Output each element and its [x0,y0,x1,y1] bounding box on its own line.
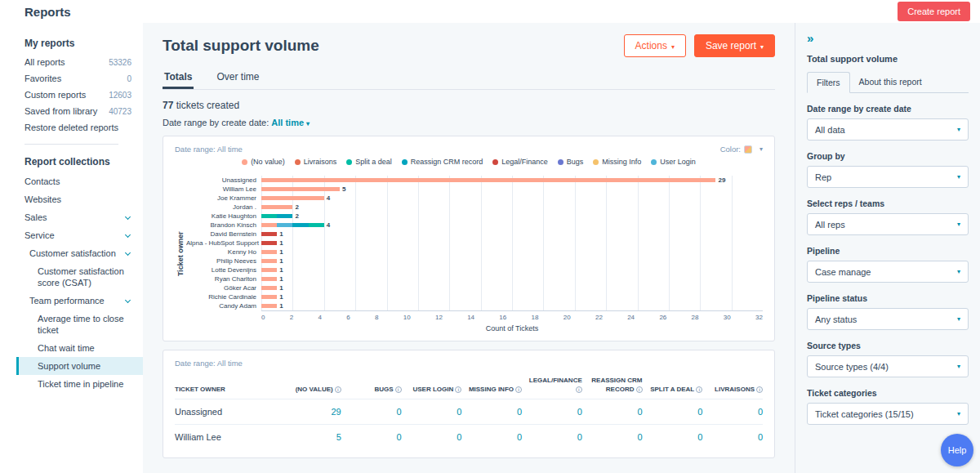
bar-katie-haughton[interactable]: 2 [261,212,763,221]
sidebar-item-support-volume[interactable]: Support volume [16,357,143,375]
bar-segment-split-a-deal[interactable] [261,214,277,218]
collapse-panel-icon[interactable]: » [807,31,813,45]
bar-segment-no-value[interactable] [261,223,277,227]
bar-segment-no-value[interactable] [261,196,324,200]
bar-segment-split-a-deal[interactable] [309,223,324,227]
sidebar-item-saved-from-library[interactable]: Saved from library40723 [0,103,143,119]
legend-item-livraisons[interactable]: Livraisons [295,158,337,166]
sidebar-item-customer-satisfaction-score-csat[interactable]: Customer satisfaction score (CSAT) [0,262,143,292]
bar-segment-no-value[interactable] [261,250,277,254]
save-report-button[interactable]: Save report▾ [694,34,775,57]
table-row[interactable]: William Lee50000000 [175,424,763,449]
bar-segment-reassign-crm-record[interactable] [292,223,308,227]
filter-select-source-types[interactable]: Source types (4/4)▾ [807,355,969,377]
legend-item-no-value[interactable]: (No value) [242,158,285,166]
table-cell-value[interactable]: 0 [528,407,582,417]
bar-segment-no-value[interactable] [261,259,277,263]
sidebar-item-custom-reports[interactable]: Custom reports12603 [0,87,143,103]
panel-tab-filters[interactable]: Filters [807,72,850,93]
info-icon[interactable]: i [696,386,702,393]
sidebar-item-service[interactable]: Service [0,226,143,244]
sidebar-item-ticket-time-in-pipeline[interactable]: Ticket time in pipeline [0,375,143,393]
filter-select-select-reps-teams[interactable]: All reps▾ [807,213,969,235]
info-icon[interactable]: i [395,386,402,393]
bar-kenny-ho[interactable]: 1 [261,248,763,257]
table-cell-value[interactable]: 0 [408,432,462,442]
filter-select-pipeline-status[interactable]: Any status▾ [807,308,969,330]
table-cell-value[interactable]: 0 [649,432,703,442]
bar-lotte-devenijns[interactable]: 1 [261,266,763,274]
bar-segment-no-value[interactable] [261,268,277,272]
table-cell-value[interactable]: 0 [348,432,402,442]
bar-segment-no-value[interactable] [261,187,340,191]
bar-richie-cardinale[interactable]: 1 [261,292,763,301]
color-picker[interactable]: Color: ▾ [720,145,763,154]
table-cell-value[interactable]: 0 [348,407,402,417]
bar-g-ker-acar[interactable]: 1 [261,283,763,292]
bar-philip-neeves[interactable]: 1 [261,257,763,266]
bar-segment-user-login[interactable] [277,223,292,227]
bar-ryan-charlton[interactable]: 1 [261,274,763,283]
tab-over-time[interactable]: Over time [215,65,261,89]
sidebar-item-favorites[interactable]: Favorites0 [0,70,143,87]
sidebar-item-contacts[interactable]: Contacts [0,172,143,190]
bar-brandon-kinsch[interactable]: 4 [261,221,763,230]
date-range-link[interactable]: All time▾ [271,118,310,127]
sidebar-item-average-time-to-close-ticket[interactable]: Average time to close ticket [0,310,143,339]
table-cell-value[interactable]: 0 [709,407,763,417]
bar-jordan[interactable]: 2 [261,203,763,212]
filter-select-group-by[interactable]: Rep▾ [807,166,969,188]
filter-select-pipeline[interactable]: Case manage▾ [807,261,969,283]
table-cell-value[interactable]: 0 [589,432,643,442]
bar-candy-adam[interactable]: 1 [261,301,763,310]
filter-select-date-range-by-create-date[interactable]: All data▾ [807,118,969,141]
sidebar-item-sales[interactable]: Sales [0,208,143,226]
sidebar-item-chat-wait-time[interactable]: Chat wait time [0,339,143,357]
table-cell-value[interactable]: 0 [408,407,462,417]
bar-david-bernstein[interactable]: 1 [261,230,763,239]
table-cell-value[interactable]: 5 [287,432,341,442]
help-button[interactable]: Help [941,434,973,466]
info-icon[interactable]: i [515,386,522,393]
legend-item-missing-info[interactable]: Missing Info [593,158,641,166]
table-cell-value[interactable]: 0 [589,407,643,417]
sidebar-item-team-performance[interactable]: Team performance [0,292,143,310]
panel-tab-about-this-report[interactable]: About this report [850,72,931,92]
tab-totals[interactable]: Totals [163,65,194,89]
bar-segment-no-value[interactable] [261,178,715,182]
legend-item-legal-finance[interactable]: Legal/Finance [492,158,548,166]
bar-alpna-hubspot-support[interactable]: 1 [261,239,763,248]
info-icon[interactable]: i [335,386,341,393]
bar-segment-reassign-crm-record[interactable] [277,214,292,218]
bar-segment-no-value[interactable] [261,304,277,308]
bar-segment-no-value[interactable] [261,205,292,209]
table-cell-value[interactable]: 0 [468,407,522,417]
bar-segment-legal-finance[interactable] [261,241,277,245]
sidebar-item-websites[interactable]: Websites [0,190,143,208]
bar-segment-no-value[interactable] [261,277,277,281]
legend-item-user-login[interactable]: User Login [651,158,696,166]
bar-segment-no-value[interactable] [261,286,277,290]
table-cell-value[interactable]: 0 [649,407,703,417]
create-report-button[interactable]: Create report [898,2,970,21]
sidebar-item-all-reports[interactable]: All reports53326 [0,54,143,70]
legend-item-reassign-crm-record[interactable]: Reassign CRM record [402,158,483,166]
bar-joe-krammer[interactable]: 4 [261,194,763,203]
bar-segment-no-value[interactable] [261,295,277,299]
info-icon[interactable]: i [756,386,763,393]
table-cell-value[interactable]: 29 [287,407,341,417]
bar-william-lee[interactable]: 5 [261,185,763,194]
table-cell-value[interactable]: 0 [709,432,763,442]
actions-button[interactable]: Actions▾ [624,34,686,57]
info-icon[interactable]: i [576,386,582,393]
table-cell-value[interactable]: 0 [528,432,582,442]
filter-select-ticket-categories[interactable]: Ticket categories (15/15)▾ [807,403,969,425]
sidebar-item-restore-deleted-reports[interactable]: Restore deleted reports [0,119,143,136]
table-cell-value[interactable]: 0 [468,432,522,442]
info-icon[interactable]: i [455,386,461,393]
legend-item-bugs[interactable]: Bugs [558,158,584,166]
legend-item-split-a-deal[interactable]: Split a deal [346,158,392,166]
sidebar-item-customer-satisfaction[interactable]: Customer satisfaction [0,244,143,262]
table-row[interactable]: Unassigned290000000 [175,399,763,424]
bar-segment-legal-finance[interactable] [261,232,277,236]
